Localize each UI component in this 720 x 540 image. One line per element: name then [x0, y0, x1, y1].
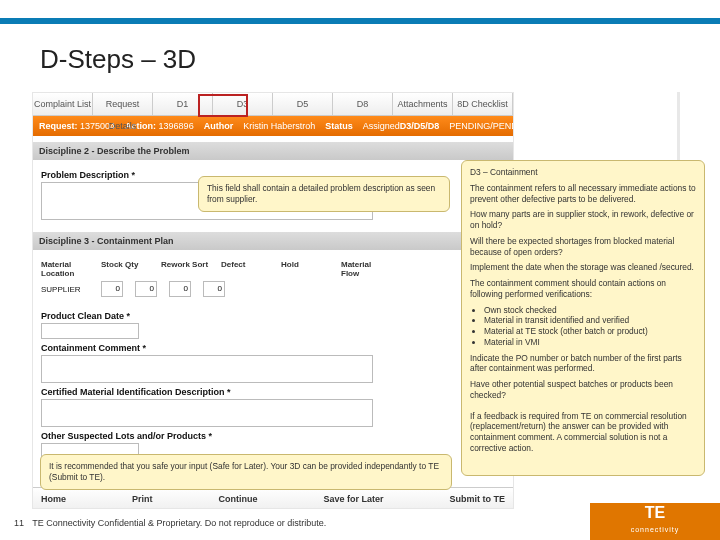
status-label: Status: [325, 121, 353, 131]
col-flow: Material Flow: [341, 260, 389, 278]
row-supplier: SUPPLIER: [41, 285, 89, 294]
d3-p3: Will there be expected shortages from bl…: [470, 236, 696, 258]
clean-label: Product Clean Date *: [41, 311, 505, 321]
tab-attachments[interactable]: Attachments: [393, 93, 453, 115]
section-d2: Discipline 2 - Describe the Problem: [33, 142, 513, 160]
tab-bar: Complaint List Request Details D1 D3 D5 …: [33, 93, 513, 116]
page-number: 11: [14, 518, 30, 528]
save-button[interactable]: Save for Later: [323, 494, 383, 504]
col-matloc: Material Location: [41, 260, 89, 278]
header-orange: Request: 1375004 Action: 1396896 Author …: [33, 116, 513, 136]
footer-text: TE Connectivity Confidential & Proprieta…: [32, 518, 326, 528]
cert-textarea[interactable]: [41, 399, 373, 427]
continue-button[interactable]: Continue: [219, 494, 258, 504]
comment-label: Containment Comment *: [41, 343, 505, 353]
tab-d5[interactable]: D5: [273, 93, 333, 115]
d3-heading: D3 – Containment: [470, 167, 538, 177]
defect-input[interactable]: 0: [169, 281, 191, 297]
comment-textarea[interactable]: [41, 355, 373, 383]
d3-b1: Own stock checked: [484, 305, 696, 316]
callout-problem: This field shall contain a detailed prob…: [198, 176, 450, 212]
d3-p1: The containment refers to all necessary …: [470, 183, 696, 205]
author-label: Author: [204, 121, 234, 131]
home-button[interactable]: Home: [41, 494, 66, 504]
status-value: Assigned: [363, 116, 400, 136]
d-value: PENDING/PENDING/PENDING: [449, 116, 513, 136]
d3-p5: The containment comment should contain a…: [470, 278, 696, 300]
hold-input[interactable]: 0: [203, 281, 225, 297]
d3-p8: If a feedback is required from TE on com…: [470, 411, 696, 454]
brand-sub: connectivity: [631, 526, 680, 533]
brand-name: TE: [645, 504, 665, 521]
col-stock: Stock Qty: [101, 260, 149, 278]
col-defect: Defect: [221, 260, 269, 278]
section-d3: Discipline 3 - Containment Plan: [33, 232, 513, 250]
d-label: D3/D5/D8: [400, 121, 440, 131]
tab-checklist[interactable]: 8D Checklist: [453, 93, 513, 115]
d3-p6: Indicate the PO number or batch number o…: [470, 353, 696, 375]
footer: 11 TE Connectivity Confidential & Propri…: [14, 518, 326, 528]
page-title: D-Steps – 3D: [40, 44, 196, 75]
tab-request[interactable]: Request Details: [93, 93, 153, 115]
action-value: 1396896: [159, 121, 194, 131]
rework-input[interactable]: 0: [135, 281, 157, 297]
brand-block: TE connectivity: [590, 503, 720, 540]
d3-p2: How many parts are in supplier stock, in…: [470, 209, 696, 231]
callout-d3: D3 – Containment The containment refers …: [461, 160, 705, 476]
screenshot-app: Complaint List Request Details D1 D3 D5 …: [32, 92, 514, 509]
cert-label: Certified Material Identification Descri…: [41, 387, 505, 397]
accent-bar: [0, 18, 720, 24]
d3-b4: Material in VMI: [484, 337, 696, 348]
print-button[interactable]: Print: [132, 494, 153, 504]
d3-p7: Have other potential suspect batches or …: [470, 379, 696, 401]
col-rework: Rework Sort: [161, 260, 209, 278]
d3-p4: Implement the date when the storage was …: [470, 262, 696, 273]
other-label: Other Suspected Lots and/or Products *: [41, 431, 505, 441]
request-label: Request:: [39, 121, 78, 131]
button-row: Home Print Continue Save for Later Submi…: [33, 487, 513, 508]
tab-complaint[interactable]: Complaint List: [33, 93, 93, 115]
submit-button[interactable]: Submit to TE: [450, 494, 506, 504]
author-value: Kristin Haberstroh: [243, 116, 315, 136]
tab-highlight: [198, 94, 248, 117]
stock-input[interactable]: 0: [101, 281, 123, 297]
callout-bottom: It is recommended that you safe your inp…: [40, 454, 452, 490]
col-hold: Hold: [281, 260, 329, 278]
tab-d8[interactable]: D8: [333, 93, 393, 115]
d3-b2: Material in transit identified and verif…: [484, 315, 696, 326]
clean-date-input[interactable]: [41, 323, 139, 339]
table-row: SUPPLIER 0 0 0 0: [41, 281, 505, 297]
containment-table: Material Location Stock Qty Rework Sort …: [41, 260, 505, 297]
d3-b3: Material at TE stock (other batch or pro…: [484, 326, 696, 337]
